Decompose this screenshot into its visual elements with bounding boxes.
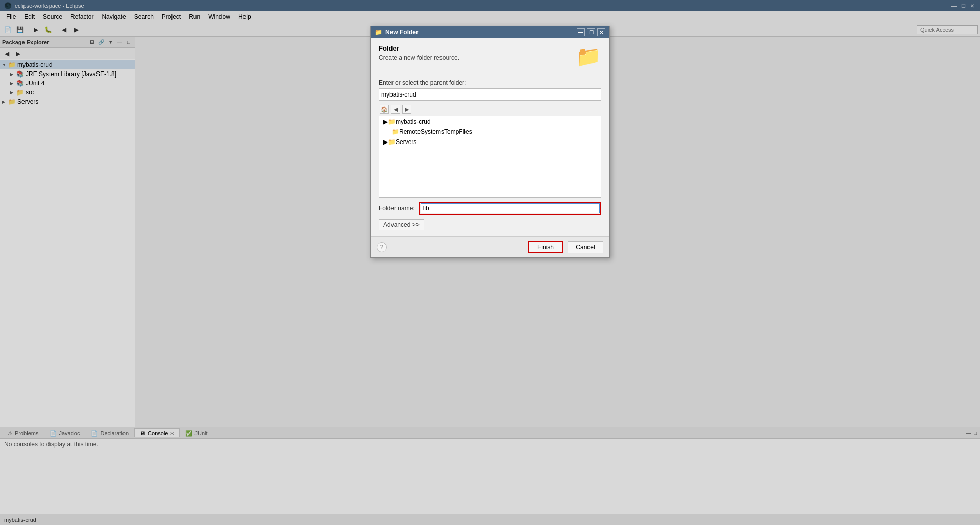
dialog-header: Folder Create a new folder resource. 📁 (379, 44, 601, 68)
folder-name-label: Folder name: (379, 205, 415, 212)
dialog-footer: ? Finish Cancel (371, 236, 609, 257)
folder-name-input-wrapper (419, 202, 601, 215)
new-folder-dialog: 📁 New Folder — ☐ ✕ Folder Create a new f… (370, 26, 610, 258)
dialog-overlay: 📁 New Folder — ☐ ✕ Folder Create a new f… (0, 0, 980, 525)
cancel-button[interactable]: Cancel (568, 241, 603, 253)
header-divider (379, 75, 601, 75)
tree-back-btn[interactable]: ◀ (391, 105, 400, 114)
dialog-titlebar: 📁 New Folder — ☐ ✕ (371, 26, 609, 38)
dialog-tree-folder-icon-servers: 📁 (388, 138, 396, 146)
dialog-minimize-btn[interactable]: — (577, 28, 585, 36)
folder-name-row: Folder name: (379, 202, 601, 215)
dialog-tree-item-mybatis-crud[interactable]: ▶ 📁 mybatis-crud (379, 116, 601, 127)
folder-large-icon: 📁 (576, 44, 601, 68)
dialog-maximize-btn[interactable]: ☐ (587, 28, 595, 36)
finish-button[interactable]: Finish (528, 241, 564, 253)
dialog-controls: — ☐ ✕ (577, 28, 605, 36)
folder-tree: ▶ 📁 mybatis-crud 📁 RemoteSystemsTempFile… (379, 116, 601, 198)
advanced-button[interactable]: Advanced >> (379, 219, 424, 230)
parent-folder-input[interactable] (379, 88, 601, 101)
dialog-icon: 📁 (375, 29, 382, 36)
help-button[interactable]: ? (377, 242, 387, 252)
dialog-subtitle: Create a new folder resource. (379, 54, 459, 61)
dialog-tree-folder-icon-remote: 📁 (391, 128, 399, 135)
dialog-tree-item-remotesystems[interactable]: 📁 RemoteSystemsTempFiles (379, 127, 601, 137)
dialog-tree-folder-icon-mybatis: 📁 (388, 118, 396, 125)
folder-name-input[interactable] (421, 203, 600, 213)
dialog-tree-item-servers[interactable]: ▶ 📁 Servers (379, 137, 601, 147)
dialog-title: New Folder (385, 29, 577, 36)
tree-forward-btn[interactable]: ▶ (402, 105, 411, 114)
dialog-body: Folder Create a new folder resource. 📁 E… (371, 38, 609, 236)
dialog-heading: Folder (379, 44, 459, 52)
dialog-heading-block: Folder Create a new folder resource. (379, 44, 459, 61)
dialog-tree-arrow-servers: ▶ (381, 138, 388, 146)
tree-toolbar: 🏠 ◀ ▶ (379, 104, 601, 115)
dialog-close-btn[interactable]: ✕ (597, 28, 605, 36)
parent-folder-label: Enter or select the parent folder: (379, 79, 601, 86)
tree-home-btn[interactable]: 🏠 (380, 105, 389, 114)
dialog-tree-arrow-mybatis: ▶ (381, 118, 388, 125)
